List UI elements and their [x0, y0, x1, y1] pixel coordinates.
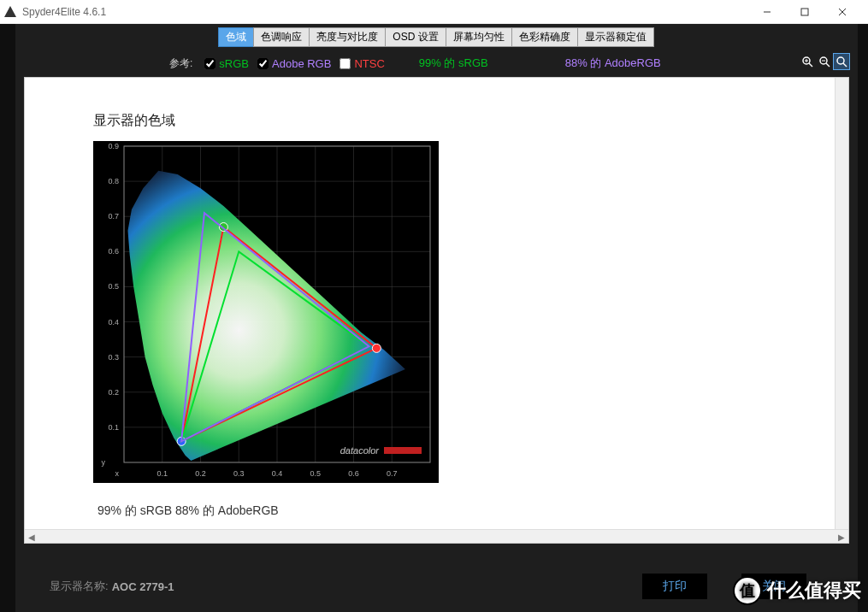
watermark-badge: 值	[733, 576, 762, 605]
svg-text:0.6: 0.6	[108, 247, 119, 256]
svg-text:0.4: 0.4	[108, 318, 119, 327]
gamut-title: 显示器的色域	[93, 112, 175, 130]
checkbox-srgb-input[interactable]	[204, 58, 216, 69]
svg-text:x: x	[115, 469, 120, 478]
window-close-button[interactable]	[824, 0, 861, 24]
reference-row: 参考: sRGB Adobe RGB NTSC 99% 的 sRGB 88% 的…	[15, 47, 858, 76]
svg-line-6	[809, 63, 812, 67]
svg-text:0.4: 0.4	[272, 469, 283, 478]
svg-text:0.1: 0.1	[108, 423, 119, 432]
svg-text:0.8: 0.8	[108, 177, 119, 185]
svg-point-50	[372, 344, 381, 352]
svg-marker-0	[4, 6, 16, 17]
svg-text:0.7: 0.7	[387, 469, 398, 478]
svg-text:0.2: 0.2	[108, 388, 119, 397]
scroll-right-icon[interactable]: ▶	[835, 530, 848, 544]
tab-4[interactable]: 屏幕均匀性	[446, 27, 512, 47]
svg-text:0.3: 0.3	[108, 353, 119, 362]
coverage-srgb: 99% 的 sRGB	[419, 56, 488, 71]
svg-text:0.3: 0.3	[233, 469, 245, 478]
ntsc-label: NTSC	[354, 57, 384, 70]
monitor-name: AOC 2779-1	[112, 580, 174, 593]
window-maximize-button[interactable]	[786, 0, 824, 24]
adobe-label: Adobe RGB	[272, 57, 331, 70]
svg-text:y: y	[102, 458, 106, 467]
coverage-adobe: 88% 的 AdobeRGB	[565, 56, 661, 71]
window-minimize-button[interactable]	[748, 0, 786, 24]
svg-text:datacolor: datacolor	[340, 445, 381, 456]
window-title: Spyder4Elite 4.6.1	[22, 6, 748, 18]
svg-line-13	[843, 63, 847, 67]
tab-3[interactable]: OSD 设置	[385, 27, 446, 47]
canvas-area: 显示器的色域 0.10.20.30.40.50.60.70.10.20.30.4…	[24, 77, 849, 544]
zoom-out-icon[interactable]	[817, 54, 832, 69]
checkbox-ntsc-input[interactable]	[340, 58, 351, 69]
svg-rect-2	[801, 9, 808, 15]
monitor-label: 显示器名称:	[50, 579, 109, 594]
checkbox-adobe-input[interactable]	[257, 58, 269, 69]
svg-text:0.5: 0.5	[108, 282, 119, 291]
zoom-controls	[800, 54, 849, 69]
srgb-label: sRGB	[219, 57, 249, 70]
print-button[interactable]: 打印	[642, 574, 707, 599]
window-titlebar: Spyder4Elite 4.6.1	[0, 0, 868, 24]
chart-svg: 0.10.20.30.40.50.60.70.10.20.30.40.50.60…	[93, 141, 439, 483]
svg-text:0.5: 0.5	[310, 469, 321, 478]
tab-6[interactable]: 显示器额定值	[577, 27, 654, 47]
inner-panel: 色域色调响应亮度与对比度OSD 设置屏幕均匀性色彩精确度显示器额定值 参考: s…	[15, 24, 858, 612]
app-icon	[3, 5, 17, 19]
svg-rect-54	[384, 447, 422, 454]
watermark-overlay: 值 什么值得买	[726, 576, 868, 605]
svg-text:0.9: 0.9	[108, 142, 119, 150]
tab-bar: 色域色调响应亮度与对比度OSD 设置屏幕均匀性色彩精确度显示器额定值	[15, 24, 858, 47]
tab-1[interactable]: 色调响应	[253, 27, 310, 47]
watermark-text: 什么值得买	[767, 578, 861, 603]
horizontal-scrollbar[interactable]: ◀ ▶	[25, 529, 848, 543]
chromaticity-chart: 0.10.20.30.40.50.60.70.10.20.30.40.50.60…	[93, 141, 439, 483]
tab-2[interactable]: 亮度与对比度	[309, 27, 386, 47]
checkbox-ntsc[interactable]: NTSC	[340, 57, 384, 70]
svg-text:0.1: 0.1	[156, 469, 168, 478]
coverage-text-cutoff: 99% 的 sRGB 88% 的 AdobeRGB	[97, 503, 279, 519]
zoom-in-icon[interactable]	[800, 54, 815, 69]
svg-text:0.6: 0.6	[348, 469, 359, 478]
zoom-fit-icon[interactable]	[834, 54, 849, 69]
app-body: 色域色调响应亮度与对比度OSD 设置屏幕均匀性色彩精确度显示器额定值 参考: s…	[0, 24, 868, 612]
reference-label: 参考:	[169, 56, 192, 71]
checkbox-srgb[interactable]: sRGB	[204, 57, 249, 70]
tab-5[interactable]: 色彩精确度	[511, 27, 578, 47]
vertical-scrollbar[interactable]	[835, 78, 848, 529]
tab-0[interactable]: 色域	[218, 27, 254, 47]
svg-text:0.2: 0.2	[195, 469, 206, 478]
svg-text:0.7: 0.7	[108, 212, 119, 221]
svg-line-10	[826, 63, 830, 67]
svg-point-12	[837, 57, 844, 64]
checkbox-adobe[interactable]: Adobe RGB	[257, 57, 331, 70]
scroll-left-icon[interactable]: ◀	[25, 530, 38, 544]
